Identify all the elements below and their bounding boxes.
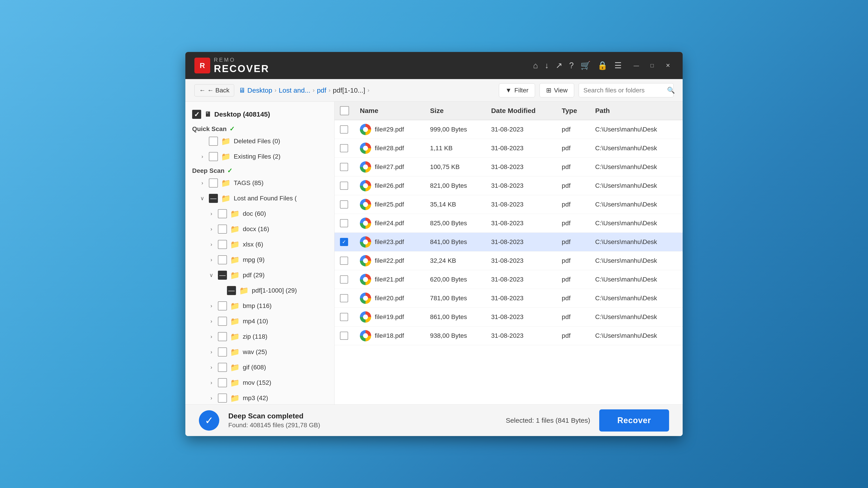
status-text: Deep Scan completed Found: 408145 files … (228, 412, 320, 429)
file-date: 31-08-2023 (486, 252, 556, 270)
recover-button[interactable]: Recover (599, 410, 669, 431)
table-row[interactable]: file#21.pdf620,00 Bytes31-08-2023pdfC:\U… (335, 270, 683, 289)
row-checkbox[interactable] (340, 144, 348, 152)
lost-found-checkbox[interactable]: — (209, 194, 218, 203)
xlsx-checkbox[interactable] (218, 240, 227, 249)
download-icon[interactable]: ↓ (545, 61, 549, 70)
table-row[interactable]: file#19.pdf861,00 Bytes31-08-2023pdfC:\U… (335, 308, 683, 326)
close-button[interactable]: ✕ (662, 60, 674, 71)
table-row[interactable]: file#29.pdf999,00 Bytes31-08-2023pdfC:\U… (335, 120, 683, 139)
sidebar-item-existing-files[interactable]: › 📁 Existing Files (2) (185, 149, 334, 164)
bmp-checkbox[interactable] (218, 301, 227, 311)
menu-icon[interactable]: ☰ (614, 61, 622, 70)
root-checkbox[interactable]: ✓ (192, 110, 201, 119)
existing-files-checkbox[interactable] (209, 152, 218, 161)
back-button[interactable]: ← ← Back (194, 84, 234, 96)
gif-checkbox[interactable] (218, 363, 227, 372)
row-checkbox[interactable] (340, 182, 348, 190)
chrome-icon (360, 124, 371, 135)
view-button[interactable]: ⊞ View (539, 83, 574, 97)
sidebar-item-bmp[interactable]: › 📁 bmp (116) (185, 298, 334, 314)
bmp-label: bmp (116) (243, 302, 272, 310)
lost-found-label: Lost and Found Files ( (234, 195, 297, 202)
row-checkbox[interactable] (340, 275, 348, 284)
sidebar-item-pdf1-1000[interactable]: — 📁 pdf[1-1000] (29) (185, 283, 334, 298)
zip-checkbox[interactable] (218, 332, 227, 341)
col-path[interactable]: Path (590, 102, 683, 120)
docx-checkbox[interactable] (218, 225, 227, 234)
sidebar-item-deleted-files[interactable]: 📁 Deleted Files (0) (185, 133, 334, 149)
table-row[interactable]: ✓file#23.pdf841,00 Bytes31-08-2023pdfC:\… (335, 233, 683, 252)
sidebar-item-mpg[interactable]: › 📁 mpg (9) (185, 252, 334, 267)
table-row[interactable]: file#24.pdf825,00 Bytes31-08-2023pdfC:\U… (335, 214, 683, 233)
pdf1-1000-checkbox[interactable]: — (227, 286, 236, 295)
sidebar-root[interactable]: ✓ 🖥 Desktop (408145) (185, 106, 334, 123)
sidebar-item-pdf[interactable]: ∨ — 📁 pdf (29) (185, 267, 334, 283)
table-row[interactable]: file#25.pdf35,14 KB31-08-2023pdfC:\Users… (335, 195, 683, 214)
filter-button[interactable]: ▼ Filter (499, 84, 535, 97)
tags-checkbox[interactable] (209, 178, 218, 188)
wav-checkbox[interactable] (218, 348, 227, 357)
home-icon[interactable]: ⌂ (533, 61, 538, 70)
lock-icon[interactable]: 🔒 (597, 61, 608, 70)
cart-icon[interactable]: 🛒 (581, 61, 591, 70)
mp4-checkbox[interactable] (218, 317, 227, 326)
help-icon[interactable]: ? (569, 61, 574, 70)
search-input[interactable] (583, 87, 664, 94)
chrome-icon (360, 293, 371, 304)
table-row[interactable]: file#22.pdf32,24 KB31-08-2023pdfC:\Users… (335, 252, 683, 270)
row-checkbox[interactable] (340, 294, 348, 302)
sidebar-item-zip[interactable]: › 📁 zip (118) (185, 329, 334, 344)
col-name[interactable]: Name (354, 102, 425, 120)
sidebar-item-doc[interactable]: › 📁 doc (60) (185, 206, 334, 221)
table-row[interactable]: file#27.pdf100,75 KB31-08-2023pdfC:\User… (335, 158, 683, 176)
mov-checkbox[interactable] (218, 378, 227, 387)
view-icon: ⊞ (546, 87, 551, 94)
col-date[interactable]: Date Modified (486, 102, 556, 120)
file-path: C:\Users\manhu\Desk (590, 326, 683, 345)
logo-text: remo RECOVER (214, 57, 270, 74)
row-checkbox[interactable]: ✓ (340, 238, 348, 246)
table-row[interactable]: file#28.pdf1,11 KB31-08-2023pdfC:\Users\… (335, 139, 683, 158)
mp3-checkbox[interactable] (218, 394, 227, 402)
expand-icon: › (208, 226, 215, 232)
mpg-checkbox[interactable] (218, 255, 227, 264)
row-checkbox[interactable] (340, 200, 348, 208)
breadcrumb-pdf[interactable]: pdf (317, 87, 327, 94)
row-checkbox[interactable] (340, 125, 348, 133)
sidebar-item-xlsx[interactable]: › 📁 xlsx (6) (185, 237, 334, 252)
sidebar-item-tags[interactable]: › 📁 TAGS (85) (185, 175, 334, 191)
sidebar-item-docx[interactable]: › 📁 docx (16) (185, 221, 334, 237)
breadcrumb-pdf1-10[interactable]: pdf[1-10...] (333, 87, 365, 94)
select-all-checkbox[interactable] (340, 106, 349, 115)
file-size: 35,14 KB (425, 195, 486, 214)
sidebar-item-mov[interactable]: › 📁 mov (152) (185, 375, 334, 390)
row-checkbox[interactable] (340, 163, 348, 171)
sidebar-item-gif[interactable]: › 📁 gif (608) (185, 360, 334, 375)
row-checkbox[interactable] (340, 219, 348, 227)
breadcrumb-lostand[interactable]: Lost and... (279, 87, 310, 94)
col-size[interactable]: Size (425, 102, 486, 120)
sidebar-item-mp4[interactable]: › 📁 mp4 (10) (185, 314, 334, 329)
table-row[interactable]: file#18.pdf938,00 Bytes31-08-2023pdfC:\U… (335, 326, 683, 345)
desktop-icon: 🖥 (204, 110, 211, 118)
sidebar-item-wav[interactable]: › 📁 wav (25) (185, 344, 334, 360)
deleted-files-checkbox[interactable] (209, 137, 218, 146)
row-checkbox[interactable] (340, 313, 348, 321)
breadcrumb-desktop[interactable]: 🖥 Desktop (239, 87, 272, 94)
expand-icon: › (208, 333, 215, 340)
col-type[interactable]: Type (556, 102, 590, 120)
maximize-button[interactable]: □ (647, 60, 658, 71)
file-name: file#25.pdf (375, 201, 404, 208)
doc-checkbox[interactable] (218, 209, 227, 218)
row-checkbox[interactable] (340, 332, 348, 340)
minimize-button[interactable]: — (631, 60, 642, 71)
table-row[interactable]: file#26.pdf821,00 Bytes31-08-2023pdfC:\U… (335, 176, 683, 195)
sidebar-item-mp3[interactable]: › 📁 mp3 (42) (185, 390, 334, 404)
table-row[interactable]: file#20.pdf781,00 Bytes31-08-2023pdfC:\U… (335, 289, 683, 308)
file-size: 1,11 KB (425, 139, 486, 158)
export-icon[interactable]: ↗ (556, 61, 562, 70)
pdf-checkbox[interactable]: — (218, 271, 227, 280)
row-checkbox[interactable] (340, 257, 348, 265)
sidebar-item-lost-found[interactable]: ∨ — 📁 Lost and Found Files ( (185, 191, 334, 206)
